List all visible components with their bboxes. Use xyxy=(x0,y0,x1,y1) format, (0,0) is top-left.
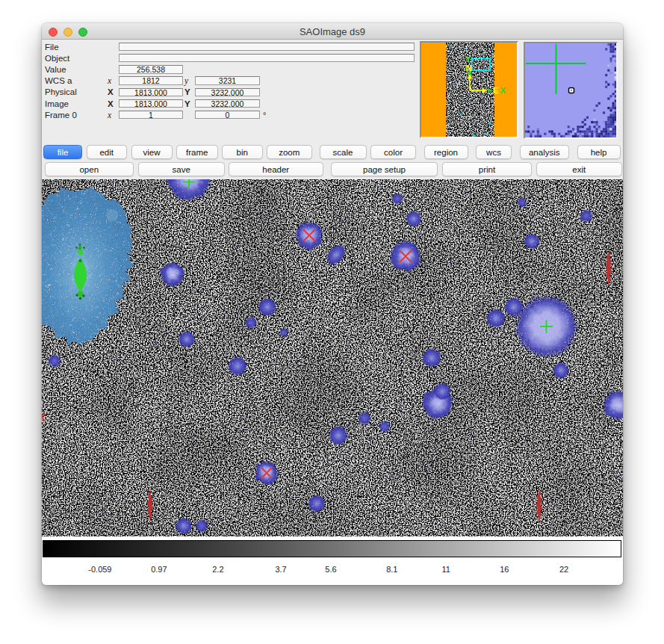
svg-text:E: E xyxy=(493,86,498,95)
svg-text:N: N xyxy=(466,64,472,72)
svg-text:Y: Y xyxy=(465,55,471,64)
svg-text:X: X xyxy=(500,86,506,95)
